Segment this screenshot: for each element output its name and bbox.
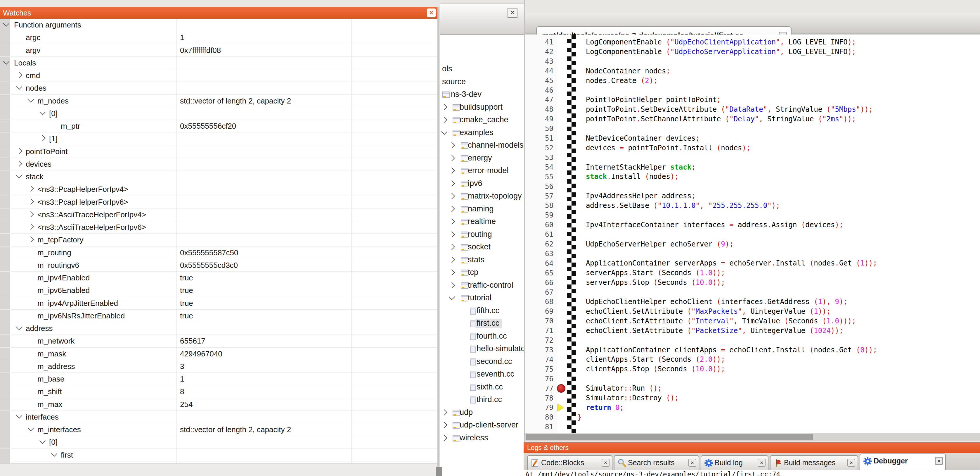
line-number[interactable]: 77 — [525, 384, 554, 393]
line-number[interactable]: 72 — [525, 335, 554, 345]
line-number[interactable]: 45 — [525, 76, 554, 86]
tree-item-third-cc[interactable]: third.cc — [440, 394, 524, 407]
watch-row[interactable]: m_nodesstd::vector of length 2, capacity… — [0, 95, 438, 107]
expander-icon[interactable] — [449, 244, 455, 250]
tree-item-udp-client-server[interactable]: udp-client-server — [440, 419, 524, 432]
watch-row[interactable]: m_network655617 — [0, 335, 438, 347]
line-number[interactable]: 60 — [525, 220, 554, 230]
line-number[interactable]: 64 — [525, 259, 554, 268]
watch-row[interactable]: Locals — [0, 57, 438, 69]
expander-icon[interactable] — [441, 422, 447, 428]
line-number[interactable]: 80 — [525, 412, 554, 422]
logs-tab-build-log[interactable]: Build log× — [701, 455, 768, 470]
expander-icon[interactable] — [449, 282, 455, 288]
expander-icon[interactable] — [16, 161, 22, 167]
line-number[interactable]: 48 — [525, 105, 554, 114]
line-number[interactable]: 49 — [525, 114, 554, 124]
line-number[interactable]: 42 — [525, 47, 554, 57]
watch-row[interactable]: [0] — [0, 107, 438, 120]
close-icon[interactable]: × — [935, 457, 943, 465]
expander-icon[interactable] — [28, 96, 34, 102]
line-number[interactable]: 81 — [525, 422, 554, 432]
expander-icon[interactable] — [40, 438, 46, 444]
watch-row[interactable]: m_ipv6Enabledtrue — [0, 284, 438, 297]
expander-icon[interactable] — [16, 324, 22, 330]
line-number[interactable]: 46 — [525, 86, 554, 95]
expander-icon[interactable] — [3, 59, 10, 65]
expander-icon[interactable] — [16, 412, 22, 419]
line-number[interactable]: 66 — [525, 278, 554, 288]
line-number[interactable]: 70 — [525, 316, 554, 326]
breakpoint-icon[interactable] — [557, 384, 565, 393]
expander-icon[interactable] — [449, 155, 455, 161]
logs-titlebar[interactable]: Logs & others — [523, 442, 980, 453]
expander-icon[interactable] — [449, 193, 455, 199]
tree-item-traffic-control[interactable]: traffic-control — [440, 280, 524, 292]
tree-item-naming[interactable]: naming — [440, 203, 524, 216]
watch-row[interactable]: m_shift8 — [0, 385, 438, 398]
tree-item-socket[interactable]: socket — [440, 241, 524, 254]
editor-content[interactable]: 4142434445464748495051525354555657585960… — [525, 35, 980, 433]
expander-icon[interactable] — [28, 211, 34, 217]
expander-icon[interactable] — [441, 434, 447, 441]
tree-item-ns-3-dev[interactable]: ns-3-dev — [440, 89, 524, 101]
expander-icon[interactable] — [28, 224, 34, 230]
watch-row[interactable]: interfaces — [0, 411, 438, 423]
close-icon[interactable]: × — [601, 459, 609, 466]
expander-icon[interactable] — [28, 425, 34, 431]
tree-item-ols[interactable]: ols — [440, 63, 524, 76]
expander-icon[interactable] — [441, 117, 447, 123]
tree-item-error-model[interactable]: error-model — [440, 165, 524, 178]
watch-row[interactable]: m_routingv60x5555555cd3c0 — [0, 259, 438, 272]
watch-row[interactable]: m_ipv6NsRsJitterEnabledtrue — [0, 310, 438, 322]
expander-icon[interactable] — [40, 109, 46, 115]
tree-item-tcp[interactable]: tcp — [440, 267, 524, 280]
watch-row[interactable]: m_ptr0x55555556cf20 — [0, 120, 438, 133]
tree-item-stats[interactable]: stats — [440, 254, 524, 267]
line-number[interactable]: 78 — [525, 393, 554, 403]
tree-item-matrix-topology[interactable]: matrix-topology — [440, 190, 524, 203]
management-header[interactable]: × — [440, 4, 524, 35]
watches-table[interactable]: Function argumentsargc1argv0x7fffffffdf0… — [0, 19, 438, 463]
watch-row[interactable]: stack — [0, 171, 438, 183]
line-number[interactable]: 50 — [525, 124, 554, 134]
watch-row[interactable]: <ns3::AsciiTraceHelperForIpv6> — [0, 221, 438, 233]
expander-icon[interactable] — [28, 198, 34, 204]
watch-row[interactable]: cmd — [0, 69, 438, 82]
watch-row[interactable]: devices — [0, 158, 438, 171]
line-number[interactable]: 65 — [525, 268, 554, 278]
line-number[interactable]: 43 — [525, 57, 554, 66]
line-number[interactable]: 44 — [525, 66, 554, 76]
tree-item-cmake-cache[interactable]: cmake_cache — [440, 114, 524, 127]
expander-icon[interactable] — [16, 72, 22, 78]
close-icon[interactable]: × — [508, 8, 517, 18]
expander-icon[interactable] — [28, 186, 34, 192]
resize-grip[interactable] — [436, 466, 442, 476]
line-number[interactable]: 52 — [525, 143, 554, 153]
watch-row[interactable]: m_ipv4Enabledtrue — [0, 272, 438, 284]
close-icon[interactable]: × — [688, 459, 696, 466]
watches-hscrollbar[interactable] — [0, 463, 438, 476]
tree-item-examples[interactable]: examples — [440, 127, 524, 140]
line-number[interactable]: 56 — [525, 182, 554, 192]
tree-item-ipv6[interactable]: ipv6 — [440, 178, 524, 191]
expander-icon[interactable] — [449, 180, 455, 186]
logs-tab-build-messages[interactable]: Build messages× — [770, 455, 858, 470]
watch-row[interactable]: m_max254 — [0, 398, 438, 411]
line-number[interactable]: 57 — [525, 192, 554, 201]
tree-item-seventh-cc[interactable]: seventh.cc — [440, 368, 524, 381]
expander-icon[interactable] — [449, 231, 455, 237]
watch-row[interactable]: m_mask4294967040 — [0, 348, 438, 360]
tree-item-udp[interactable]: udp — [440, 407, 524, 420]
line-number[interactable]: 63 — [525, 249, 554, 259]
line-number[interactable]: 76 — [525, 374, 554, 384]
tree-item-channel-models[interactable]: channel-models — [440, 139, 524, 152]
editor-hscrollbar[interactable] — [525, 433, 980, 441]
line-number[interactable]: 68 — [525, 297, 554, 307]
line-number[interactable]: 69 — [525, 307, 554, 316]
line-number[interactable]: 73 — [525, 345, 554, 355]
tree-item-sixth-cc[interactable]: sixth.cc — [440, 381, 524, 394]
column-divider[interactable] — [352, 19, 352, 463]
watch-row[interactable]: [0] — [0, 436, 438, 449]
watch-row[interactable]: m_interfacesstd::vector of length 2, cap… — [0, 423, 438, 436]
